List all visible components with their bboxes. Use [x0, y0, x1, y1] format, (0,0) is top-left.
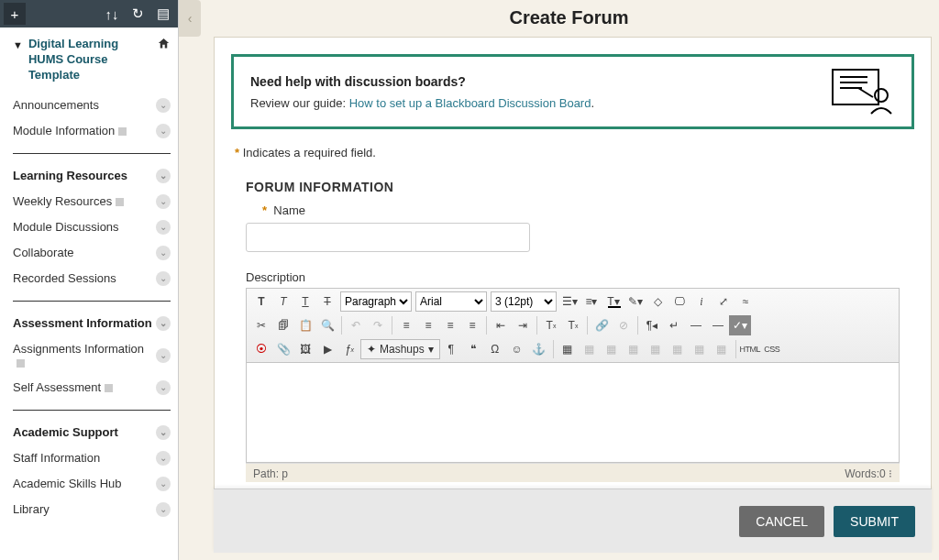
- sidebar-item-module-discussions[interactable]: Module Discussions ⌄: [13, 214, 171, 240]
- expand-icon[interactable]: ▼: [13, 39, 23, 50]
- cancel-button[interactable]: CANCEL: [739, 506, 824, 537]
- redo-icon[interactable]: ↷: [367, 315, 389, 335]
- table-merge-icon[interactable]: ▦: [645, 339, 667, 359]
- submit-button[interactable]: SUBMIT: [834, 506, 915, 537]
- html-view-button[interactable]: HTML: [739, 339, 761, 359]
- subscript-icon[interactable]: Tx: [562, 315, 584, 335]
- emoticon-icon[interactable]: ☺: [506, 339, 528, 359]
- paragraph-format-select[interactable]: Paragraph: [340, 291, 412, 312]
- text-direction-icon[interactable]: ¶◂: [641, 315, 663, 335]
- unlink-icon[interactable]: ⊘: [613, 315, 635, 335]
- show-blocks-icon[interactable]: ¶: [440, 339, 462, 359]
- sidebar-header-assessment-information[interactable]: Assessment Information ⌄: [13, 311, 171, 336]
- spellcheck-icon[interactable]: ✓▾: [729, 315, 751, 335]
- paste-icon[interactable]: 📋: [294, 315, 316, 335]
- editor-textarea[interactable]: [247, 363, 899, 462]
- table-col-icon[interactable]: ▦: [601, 339, 623, 359]
- forum-name-input[interactable]: [246, 223, 530, 252]
- nbsp-icon[interactable]: —: [707, 315, 729, 335]
- chevron-icon: ⌄: [156, 316, 171, 331]
- sidebar-divider: [13, 153, 171, 154]
- formula-icon[interactable]: ƒx: [338, 339, 360, 359]
- table-delete-icon[interactable]: ▦: [689, 339, 711, 359]
- sidebar-item-assignments-information[interactable]: Assignments Information ⌄: [13, 336, 171, 375]
- help-banner: Need help with discussion boards? Review…: [231, 54, 914, 129]
- sidebar-item-announcements[interactable]: Announcements ⌄: [13, 93, 171, 118]
- bullet-list-icon[interactable]: ☰▾: [558, 291, 580, 312]
- blockquote-icon[interactable]: ❝: [462, 339, 484, 359]
- superscript-icon[interactable]: Tx: [540, 315, 562, 335]
- align-center-icon[interactable]: ≡: [417, 315, 439, 335]
- chevron-icon: ⌄: [156, 98, 171, 113]
- hr-icon[interactable]: —: [685, 315, 707, 335]
- attach-icon[interactable]: 📎: [272, 339, 294, 359]
- sidebar-item-academic-skills-hub[interactable]: Academic Skills Hub ⌄: [13, 471, 171, 497]
- align-right-icon[interactable]: ≡: [439, 315, 461, 335]
- table-row-icon[interactable]: ▦: [579, 339, 601, 359]
- symbol-icon[interactable]: Ω: [484, 339, 506, 359]
- refresh-icon[interactable]: ↻: [127, 3, 149, 25]
- image-icon[interactable]: 🖼: [294, 339, 316, 359]
- cut-icon[interactable]: ✂: [250, 315, 272, 335]
- clear-format-icon[interactable]: ◇: [646, 291, 668, 312]
- sidebar-item-staff-information[interactable]: Staff Information ⌄: [13, 445, 171, 471]
- sidebar-header-label: Assessment Information: [13, 316, 152, 330]
- sidebar-item-self-assessment[interactable]: Self Assessment ⌄: [13, 375, 171, 401]
- line-break-icon[interactable]: ↵: [663, 315, 685, 335]
- sidebar-item-module-information[interactable]: Module Information ⌄: [13, 118, 171, 144]
- add-icon[interactable]: +: [4, 3, 26, 25]
- sidebar-item-weekly-resources[interactable]: Weekly Resources ⌄: [13, 189, 171, 214]
- page-title: Create Forum: [201, 0, 937, 41]
- help-review-prefix: Review our guide:: [250, 96, 349, 110]
- svg-line-5: [858, 88, 873, 97]
- sidebar-item-label: Collaborate: [13, 246, 74, 259]
- table-cell-icon[interactable]: ▦: [623, 339, 645, 359]
- sidebar-header-academic-support[interactable]: Academic Support ⌄: [13, 420, 171, 445]
- font-size-select[interactable]: 3 (12pt): [491, 291, 557, 312]
- bold-icon[interactable]: T: [250, 291, 272, 312]
- mashups-button[interactable]: ✦ Mashups ▾: [360, 339, 440, 359]
- highlight-icon[interactable]: ✎▾: [624, 291, 646, 312]
- table-props-icon[interactable]: ▦: [711, 339, 733, 359]
- record-icon[interactable]: ⦿: [250, 339, 272, 359]
- copy-icon[interactable]: 🗐: [272, 315, 294, 335]
- sidebar-item-recorded-sessions[interactable]: Recorded Sessions ⌄: [13, 266, 171, 291]
- css-view-button[interactable]: CSS: [761, 339, 783, 359]
- font-family-select[interactable]: Arial: [415, 291, 487, 312]
- sidebar-header-learning-resources[interactable]: Learning Resources ⌄: [13, 163, 171, 189]
- home-icon[interactable]: [157, 37, 171, 53]
- sidebar-collapse-handle[interactable]: ‹: [179, 0, 201, 37]
- course-title[interactable]: Digital Learning HUMS Course Template: [28, 37, 151, 83]
- preview-icon[interactable]: 🖵: [668, 291, 690, 312]
- hidden-badge-icon: [17, 359, 25, 368]
- info-icon[interactable]: i: [690, 291, 713, 312]
- sidebar-item-collaborate[interactable]: Collaborate ⌄: [13, 240, 171, 266]
- chevron-icon: ⌄: [156, 477, 171, 491]
- sidebar-item-label: Staff Information: [13, 451, 100, 465]
- help-guide-link[interactable]: How to set up a Blackboard Discussion Bo…: [349, 96, 591, 110]
- strikethrough-icon[interactable]: T: [316, 291, 338, 312]
- table-split-icon[interactable]: ▦: [667, 339, 689, 359]
- sidebar-item-library[interactable]: Library ⌄: [13, 497, 171, 522]
- reorder-icon[interactable]: ↑↓: [101, 3, 123, 25]
- find-icon[interactable]: 🔍: [316, 315, 338, 335]
- expand-rows-icon[interactable]: ≈: [735, 291, 757, 312]
- link-icon[interactable]: 🔗: [591, 315, 613, 335]
- media-icon[interactable]: ▶: [316, 339, 338, 359]
- fullscreen-icon[interactable]: ⤢: [713, 291, 735, 312]
- sidebar-item-label: Assignments Information: [13, 342, 156, 369]
- chevron-icon: ⌄: [156, 169, 171, 183]
- anchor-icon[interactable]: ⚓: [528, 339, 550, 359]
- italic-icon[interactable]: T: [272, 291, 294, 312]
- undo-icon[interactable]: ↶: [345, 315, 367, 335]
- align-justify-icon[interactable]: ≡: [461, 315, 483, 335]
- align-left-icon[interactable]: ≡: [395, 315, 417, 335]
- display-toggle-icon[interactable]: ▤: [152, 3, 174, 25]
- indent-icon[interactable]: ⇥: [512, 315, 534, 335]
- help-title: Need help with discussion boards?: [250, 74, 812, 89]
- underline-icon[interactable]: T: [294, 291, 316, 312]
- outdent-icon[interactable]: ⇤: [490, 315, 512, 335]
- number-list-icon[interactable]: ≡▾: [580, 291, 602, 312]
- text-color-icon[interactable]: T▾: [602, 291, 624, 312]
- table-icon[interactable]: ▦: [557, 339, 579, 359]
